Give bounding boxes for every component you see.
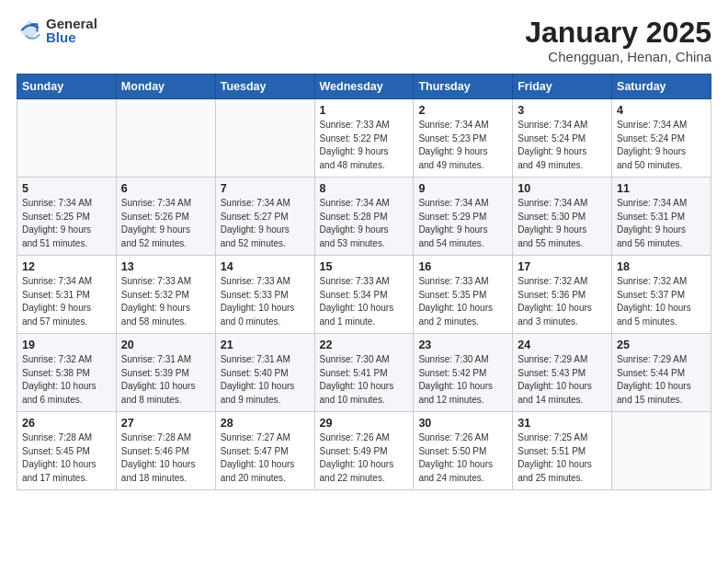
day-number: 6 <box>121 182 210 195</box>
day-info: Sunrise: 7:26 AM Sunset: 5:49 PM Dayligh… <box>320 431 409 485</box>
day-number: 7 <box>221 182 310 195</box>
calendar-cell: 12Sunrise: 7:34 AM Sunset: 5:31 PM Dayli… <box>17 256 117 334</box>
day-info: Sunrise: 7:25 AM Sunset: 5:51 PM Dayligh… <box>518 431 607 485</box>
day-info: Sunrise: 7:30 AM Sunset: 5:42 PM Dayligh… <box>418 353 507 407</box>
day-number: 19 <box>22 339 111 351</box>
day-number: 27 <box>121 417 210 430</box>
logo-text: General Blue <box>46 17 97 44</box>
logo-icon <box>17 17 42 43</box>
day-info: Sunrise: 7:33 AM Sunset: 5:33 PM Dayligh… <box>221 275 310 328</box>
day-number: 28 <box>221 417 310 430</box>
day-info: Sunrise: 7:33 AM Sunset: 5:22 PM Dayligh… <box>320 119 409 172</box>
day-info: Sunrise: 7:32 AM Sunset: 5:38 PM Dayligh… <box>22 353 111 407</box>
day-info: Sunrise: 7:34 AM Sunset: 5:26 PM Dayligh… <box>121 197 210 250</box>
calendar-cell: 9Sunrise: 7:34 AM Sunset: 5:29 PM Daylig… <box>414 178 513 256</box>
calendar-cell: 7Sunrise: 7:34 AM Sunset: 5:27 PM Daylig… <box>215 178 314 256</box>
day-info: Sunrise: 7:34 AM Sunset: 5:27 PM Dayligh… <box>221 197 310 250</box>
calendar-cell: 3Sunrise: 7:34 AM Sunset: 5:24 PM Daylig… <box>513 99 612 178</box>
calendar-cell: 14Sunrise: 7:33 AM Sunset: 5:33 PM Dayli… <box>215 256 314 334</box>
day-number: 4 <box>617 104 706 117</box>
day-number: 26 <box>22 417 111 430</box>
calendar-header-row: SundayMondayTuesdayWednesdayThursdayFrid… <box>17 75 711 99</box>
week-row-1: 1Sunrise: 7:33 AM Sunset: 5:22 PM Daylig… <box>17 99 711 178</box>
calendar-cell: 29Sunrise: 7:26 AM Sunset: 5:49 PM Dayli… <box>314 412 414 490</box>
calendar-cell: 24Sunrise: 7:29 AM Sunset: 5:43 PM Dayli… <box>513 334 612 412</box>
calendar-cell: 25Sunrise: 7:29 AM Sunset: 5:44 PM Dayli… <box>612 334 711 412</box>
calendar-table: SundayMondayTuesdayWednesdayThursdayFrid… <box>17 74 711 490</box>
day-number: 3 <box>518 104 607 117</box>
day-number: 13 <box>121 260 210 273</box>
day-info: Sunrise: 7:33 AM Sunset: 5:35 PM Dayligh… <box>418 275 507 328</box>
calendar-cell: 18Sunrise: 7:32 AM Sunset: 5:37 PM Dayli… <box>612 256 711 334</box>
calendar-cell <box>116 99 215 178</box>
day-info: Sunrise: 7:28 AM Sunset: 5:46 PM Dayligh… <box>121 431 210 485</box>
day-number: 30 <box>418 417 507 430</box>
header-day-monday: Monday <box>116 75 215 99</box>
day-info: Sunrise: 7:34 AM Sunset: 5:31 PM Dayligh… <box>617 197 706 250</box>
day-info: Sunrise: 7:26 AM Sunset: 5:50 PM Dayligh… <box>418 431 507 485</box>
calendar-cell: 15Sunrise: 7:33 AM Sunset: 5:34 PM Dayli… <box>314 256 414 334</box>
title-block: January 2025 Chengguan, Henan, China <box>525 17 711 64</box>
day-info: Sunrise: 7:34 AM Sunset: 5:28 PM Dayligh… <box>320 197 409 250</box>
location-title: Chengguan, Henan, China <box>525 49 711 64</box>
day-number: 17 <box>518 260 607 273</box>
calendar-cell: 5Sunrise: 7:34 AM Sunset: 5:25 PM Daylig… <box>17 178 117 256</box>
calendar-cell: 1Sunrise: 7:33 AM Sunset: 5:22 PM Daylig… <box>314 99 414 178</box>
calendar-cell: 8Sunrise: 7:34 AM Sunset: 5:28 PM Daylig… <box>314 178 414 256</box>
calendar-cell <box>17 99 117 178</box>
calendar-cell: 17Sunrise: 7:32 AM Sunset: 5:36 PM Dayli… <box>513 256 612 334</box>
day-number: 20 <box>121 339 210 351</box>
header-day-tuesday: Tuesday <box>215 75 314 99</box>
day-number: 18 <box>617 260 706 273</box>
calendar-cell: 26Sunrise: 7:28 AM Sunset: 5:45 PM Dayli… <box>17 412 117 490</box>
day-info: Sunrise: 7:34 AM Sunset: 5:29 PM Dayligh… <box>418 197 507 250</box>
day-info: Sunrise: 7:34 AM Sunset: 5:30 PM Dayligh… <box>518 197 607 250</box>
calendar-cell: 19Sunrise: 7:32 AM Sunset: 5:38 PM Dayli… <box>17 334 117 412</box>
calendar-cell: 4Sunrise: 7:34 AM Sunset: 5:24 PM Daylig… <box>612 99 711 178</box>
day-number: 23 <box>418 339 507 351</box>
header-day-friday: Friday <box>513 75 612 99</box>
logo: General Blue <box>17 17 97 44</box>
day-number: 25 <box>617 339 706 351</box>
week-row-2: 5Sunrise: 7:34 AM Sunset: 5:25 PM Daylig… <box>17 178 711 256</box>
header-day-thursday: Thursday <box>414 75 513 99</box>
day-info: Sunrise: 7:29 AM Sunset: 5:43 PM Dayligh… <box>518 353 607 407</box>
day-info: Sunrise: 7:34 AM Sunset: 5:25 PM Dayligh… <box>22 197 111 250</box>
day-info: Sunrise: 7:32 AM Sunset: 5:36 PM Dayligh… <box>518 275 607 328</box>
day-number: 24 <box>518 339 607 351</box>
day-number: 9 <box>418 182 507 195</box>
calendar-cell: 30Sunrise: 7:26 AM Sunset: 5:50 PM Dayli… <box>414 412 513 490</box>
day-number: 15 <box>320 260 409 273</box>
day-info: Sunrise: 7:34 AM Sunset: 5:23 PM Dayligh… <box>418 119 507 172</box>
calendar-cell <box>215 99 314 178</box>
day-number: 8 <box>320 182 409 195</box>
day-number: 2 <box>418 104 507 117</box>
day-info: Sunrise: 7:32 AM Sunset: 5:37 PM Dayligh… <box>617 275 706 328</box>
day-info: Sunrise: 7:31 AM Sunset: 5:40 PM Dayligh… <box>221 353 310 407</box>
header: General Blue January 2025 Chengguan, Hen… <box>17 17 711 64</box>
day-info: Sunrise: 7:34 AM Sunset: 5:24 PM Dayligh… <box>518 119 607 172</box>
calendar-cell: 28Sunrise: 7:27 AM Sunset: 5:47 PM Dayli… <box>215 412 314 490</box>
week-row-5: 26Sunrise: 7:28 AM Sunset: 5:45 PM Dayli… <box>17 412 711 490</box>
day-info: Sunrise: 7:28 AM Sunset: 5:45 PM Dayligh… <box>22 431 111 485</box>
calendar-cell: 16Sunrise: 7:33 AM Sunset: 5:35 PM Dayli… <box>414 256 513 334</box>
page: General Blue January 2025 Chengguan, Hen… <box>0 0 728 507</box>
calendar-cell: 27Sunrise: 7:28 AM Sunset: 5:46 PM Dayli… <box>116 412 215 490</box>
calendar-cell: 23Sunrise: 7:30 AM Sunset: 5:42 PM Dayli… <box>414 334 513 412</box>
day-info: Sunrise: 7:30 AM Sunset: 5:41 PM Dayligh… <box>320 353 409 407</box>
day-info: Sunrise: 7:27 AM Sunset: 5:47 PM Dayligh… <box>221 431 310 485</box>
calendar-cell: 11Sunrise: 7:34 AM Sunset: 5:31 PM Dayli… <box>612 178 711 256</box>
day-number: 10 <box>518 182 607 195</box>
calendar-cell: 21Sunrise: 7:31 AM Sunset: 5:40 PM Dayli… <box>215 334 314 412</box>
day-number: 14 <box>221 260 310 273</box>
day-info: Sunrise: 7:34 AM Sunset: 5:24 PM Dayligh… <box>617 119 706 172</box>
month-title: January 2025 <box>525 17 711 49</box>
calendar-cell: 6Sunrise: 7:34 AM Sunset: 5:26 PM Daylig… <box>116 178 215 256</box>
day-number: 22 <box>320 339 409 351</box>
calendar-cell: 2Sunrise: 7:34 AM Sunset: 5:23 PM Daylig… <box>414 99 513 178</box>
header-day-sunday: Sunday <box>17 75 117 99</box>
calendar-cell: 22Sunrise: 7:30 AM Sunset: 5:41 PM Dayli… <box>314 334 414 412</box>
day-info: Sunrise: 7:29 AM Sunset: 5:44 PM Dayligh… <box>617 353 706 407</box>
day-info: Sunrise: 7:31 AM Sunset: 5:39 PM Dayligh… <box>121 353 210 407</box>
calendar-cell: 13Sunrise: 7:33 AM Sunset: 5:32 PM Dayli… <box>116 256 215 334</box>
